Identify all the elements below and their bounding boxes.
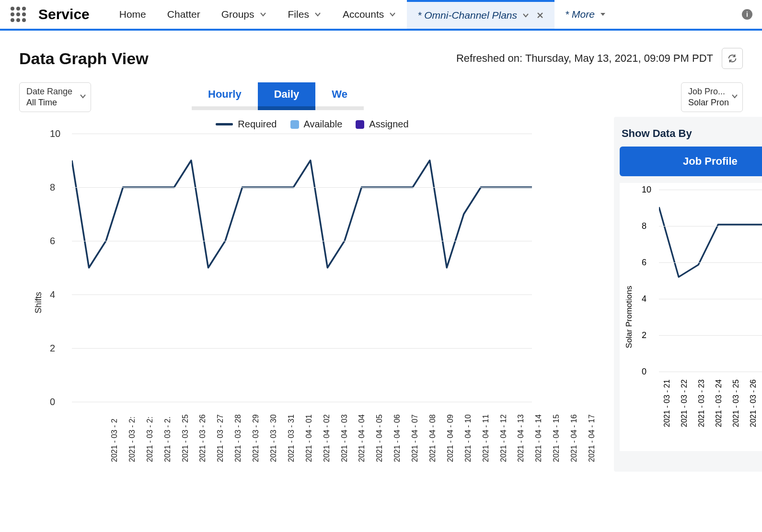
top-nav: Service Home Chatter Groups Files Accoun… (0, 0, 762, 31)
chart-legend: Required Available Assigned (19, 119, 605, 130)
mini-y-axis-label: Solar Promotions (620, 183, 639, 451)
app-launcher-icon[interactable] (11, 7, 28, 22)
date-range-picker[interactable]: Date Range All Time (19, 82, 91, 112)
x-tick: 2021 - 03 - 24 (711, 374, 728, 437)
legend-label: Required (238, 119, 277, 130)
nav-label: Home (119, 9, 146, 20)
x-tick: 2021 - 03 - 25 (728, 374, 745, 437)
sidebar-title: Show Data By (622, 127, 762, 140)
x-tick: 2021 - 03 - 22 (676, 374, 693, 437)
refreshed-text: Refreshed on: Thursday, May 13, 2021, 09… (456, 52, 713, 65)
nav-label: Accounts (343, 9, 384, 20)
nav-label: * Omni-Channel Plans (417, 10, 517, 21)
x-tick: 2021 - 03 - 21 (659, 374, 676, 437)
y-tick: 10 (642, 185, 651, 195)
legend-swatch (216, 123, 233, 125)
picker-label: Date Range (26, 87, 77, 97)
page-title: Data Graph View (19, 49, 149, 68)
app-name: Service (38, 6, 90, 23)
sidebar-panel: Show Data By Job Profile Solar Promotion… (614, 117, 762, 472)
y-tick: 10 (50, 128, 60, 139)
nav-label: * More (565, 9, 595, 20)
nav-label: Chatter (167, 9, 200, 20)
legend-required: Required (216, 119, 277, 130)
legend-label: Available (304, 119, 343, 130)
y-tick: 8 (50, 182, 55, 193)
y-tick: 4 (50, 289, 55, 300)
nav-home[interactable]: Home (109, 0, 157, 29)
y-tick: 2 (642, 330, 647, 340)
y-axis-label: Shifts (34, 292, 44, 313)
legend-assigned: Assigned (356, 119, 408, 130)
nav-tabs: Home Chatter Groups Files Accounts * Omn… (109, 0, 617, 29)
y-tick: 6 (642, 258, 647, 268)
info-icon[interactable]: i (742, 9, 752, 20)
picker-value: All Time (26, 98, 77, 108)
chevron-down-icon (731, 92, 739, 102)
y-tick: 0 (642, 367, 647, 377)
chevron-down-icon[interactable] (522, 11, 530, 19)
mini-chart: Solar Promotions 0246810 2021 - 03 - 212… (620, 183, 762, 451)
refreshed-prefix: Refreshed on: (456, 52, 525, 64)
refresh-icon (727, 53, 738, 64)
y-tick: 0 (50, 396, 55, 407)
nav-more[interactable]: * More (554, 0, 617, 29)
job-profile-picker[interactable]: Job Pro... Solar Pron (681, 82, 743, 112)
picker-value: Solar Pron (688, 98, 729, 108)
mini-x-axis-ticks: 2021 - 03 - 212021 - 03 - 222021 - 03 - … (659, 374, 762, 437)
x-tick: 2021 - 03 - 23 (693, 374, 711, 437)
x-axis-ticks: 2021 - 03 - 22021 - 03 - 2:2021 - 03 - 2… (110, 405, 605, 472)
caret-down-icon[interactable] (600, 11, 606, 18)
nav-accounts[interactable]: Accounts (332, 0, 407, 29)
y-tick: 6 (50, 236, 55, 247)
main-chart: Shifts 0246810 2021 - 03 - 22021 - 03 - … (19, 134, 605, 472)
close-icon[interactable] (536, 11, 544, 19)
chevron-down-icon[interactable] (259, 11, 267, 18)
picker-label: Job Pro... (688, 87, 729, 97)
job-profile-button[interactable]: Job Profile (620, 147, 762, 176)
segment-weekly[interactable]: We (315, 82, 364, 106)
segment-hourly[interactable]: Hourly (192, 82, 258, 106)
legend-label: Assigned (369, 119, 408, 130)
nav-chatter[interactable]: Chatter (157, 0, 211, 29)
chevron-down-icon[interactable] (389, 11, 396, 18)
nav-label: Files (288, 9, 309, 20)
segment-daily[interactable]: Daily (258, 82, 316, 110)
nav-groups[interactable]: Groups (211, 0, 277, 29)
nav-files[interactable]: Files (277, 0, 332, 29)
legend-swatch (290, 120, 299, 129)
nav-label: Groups (221, 9, 254, 20)
y-tick: 4 (642, 294, 647, 304)
nav-omni-channel-plans[interactable]: * Omni-Channel Plans (407, 0, 554, 29)
refreshed-value: Thursday, May 13, 2021, 09:09 PM PDT (525, 52, 713, 64)
chevron-down-icon[interactable] (314, 11, 322, 18)
legend-available: Available (290, 119, 343, 130)
page-header: Data Graph View Refreshed on: Thursday, … (19, 48, 743, 69)
refresh-button[interactable] (722, 48, 743, 69)
chevron-down-icon (79, 92, 87, 102)
legend-swatch (356, 120, 364, 129)
y-tick: 2 (50, 343, 55, 354)
granularity-segment: Hourly Daily We (192, 82, 364, 110)
y-tick: 8 (642, 221, 647, 231)
x-tick: 2021 - 03 - 26 (745, 374, 762, 437)
